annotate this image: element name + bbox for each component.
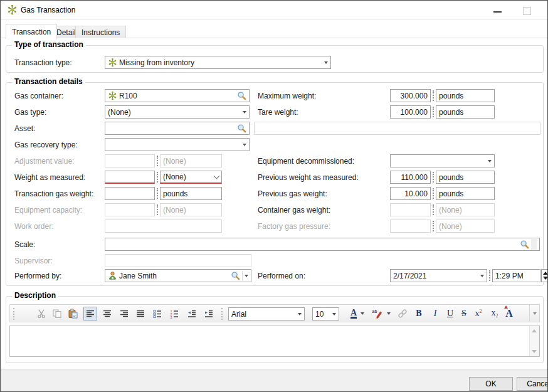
equipment-capacity-unit: (None) <box>160 203 222 216</box>
spin-separator <box>489 270 490 281</box>
tab-transaction[interactable]: Transaction <box>6 24 57 39</box>
minimize-icon[interactable] <box>493 11 502 13</box>
maximum-weight-unit[interactable]: pounds <box>436 89 495 102</box>
decrease-indent-button[interactable] <box>185 307 199 320</box>
scroll-down-icon[interactable] <box>532 350 537 353</box>
spin-separator <box>157 172 158 183</box>
chevron-down-icon[interactable] <box>324 61 328 64</box>
gas-type-combobox[interactable]: (None) <box>105 105 250 119</box>
spin-separator <box>433 90 434 101</box>
asset-field[interactable] <box>105 122 250 135</box>
chevron-down-icon[interactable] <box>332 313 336 315</box>
transaction-gas-weight-unit[interactable]: pounds <box>160 187 222 200</box>
highlight-button[interactable]: ab <box>370 307 384 320</box>
previous-gas-weight-field[interactable]: 10.000 <box>390 187 431 200</box>
justify-button[interactable] <box>134 307 147 320</box>
numbered-list-button[interactable]: 123 <box>167 307 181 320</box>
bullet-list-button[interactable] <box>150 307 164 320</box>
align-right-button[interactable] <box>117 307 131 320</box>
scale-extra-button[interactable] <box>531 239 537 250</box>
weight-as-measured-unit-combobox[interactable]: (None) <box>160 171 222 184</box>
search-icon[interactable] <box>237 124 246 133</box>
transaction-type-combobox[interactable]: Missing from inventory <box>105 56 331 69</box>
font-color-dropdown[interactable] <box>359 307 366 320</box>
chevron-down-icon[interactable] <box>480 275 484 277</box>
transaction-gas-weight-field[interactable] <box>105 187 155 200</box>
ok-button[interactable]: OK <box>469 377 513 391</box>
equipment-decommissioned-combobox[interactable] <box>390 154 495 167</box>
increase-indent-button[interactable] <box>202 307 216 320</box>
increase-indent-icon <box>204 309 214 319</box>
chevron-down-icon[interactable] <box>243 111 246 114</box>
align-left-icon <box>85 309 95 319</box>
chevron-down-icon[interactable] <box>214 173 220 179</box>
adjustment-value-label: Adjustment value: <box>14 157 74 166</box>
search-icon[interactable] <box>237 91 246 100</box>
bullet-list-icon <box>152 309 162 319</box>
gas-container-field[interactable]: R100 <box>105 89 250 102</box>
performed-on-time-field[interactable]: 1:29 PM <box>492 269 540 282</box>
spin-separator <box>157 188 158 199</box>
gas-type-value: (None) <box>108 108 131 117</box>
align-left-button[interactable] <box>83 307 97 320</box>
grow-font-button[interactable]: A <box>502 307 516 320</box>
maximize-icon[interactable] <box>523 7 531 15</box>
chevron-down-icon[interactable] <box>298 313 302 315</box>
spin-separator <box>433 204 434 215</box>
chevron-down-icon[interactable] <box>488 160 492 162</box>
underline-button[interactable]: U <box>443 307 457 320</box>
hyperlink-button[interactable] <box>396 307 409 320</box>
maximum-weight-field[interactable]: 300.000 <box>390 89 431 102</box>
align-right-icon <box>119 309 129 319</box>
font-name-value: Arial <box>231 310 296 319</box>
previous-weight-as-measured-field[interactable]: 110.000 <box>390 171 431 184</box>
decrease-indent-icon <box>187 309 197 319</box>
container-gas-weight-unit: (None) <box>436 203 495 216</box>
paste-button[interactable] <box>66 307 80 320</box>
subscript-button[interactable]: x2 <box>488 307 502 320</box>
font-name-combobox[interactable]: Arial <box>228 307 305 320</box>
gas-container-label: Gas container: <box>14 92 63 100</box>
transaction-type-label: Transaction type: <box>14 58 72 67</box>
strikethrough-button[interactable]: S <box>457 307 471 320</box>
tare-weight-field[interactable]: 100.000 <box>390 105 431 119</box>
spin-up-icon[interactable] <box>543 272 548 275</box>
font-size-combobox[interactable]: 10 <box>312 307 339 320</box>
gas-icon <box>108 58 117 67</box>
scroll-up-icon[interactable] <box>532 329 537 332</box>
search-icon[interactable] <box>520 240 529 249</box>
chevron-down-icon[interactable] <box>243 144 246 146</box>
time-spinner[interactable] <box>541 269 548 282</box>
performed-on-date-combobox[interactable]: 2/17/2021 <box>390 269 487 282</box>
search-icon[interactable] <box>231 271 240 280</box>
chevron-down-icon[interactable] <box>245 275 248 277</box>
copy-button[interactable] <box>50 307 64 320</box>
performed-by-label: Performed by: <box>14 272 61 280</box>
tare-weight-unit[interactable]: pounds <box>436 105 495 119</box>
gas-recovery-type-combobox[interactable] <box>105 138 250 151</box>
svg-text:3: 3 <box>171 315 172 319</box>
cut-button[interactable] <box>34 307 48 320</box>
previous-weight-as-measured-unit[interactable]: pounds <box>436 171 495 184</box>
spin-down-icon[interactable] <box>543 277 548 280</box>
description-textarea[interactable] <box>9 326 540 357</box>
chevron-down-icon <box>361 312 364 315</box>
toolbar-overflow-button[interactable] <box>529 305 539 322</box>
spin-separator <box>433 221 434 231</box>
performed-by-combobox[interactable]: Jane Smith <box>105 269 251 282</box>
scale-label: Scale: <box>14 240 35 249</box>
superscript-button[interactable]: x2 <box>472 307 485 320</box>
weight-as-measured-field[interactable] <box>105 171 155 184</box>
tab-instructions[interactable]: Instructions <box>75 26 126 38</box>
toolbar-grip[interactable] <box>221 308 223 320</box>
scale-field[interactable] <box>105 238 540 251</box>
group-title-description: Description <box>12 291 58 300</box>
toolbar-grip[interactable] <box>13 308 14 320</box>
italic-button[interactable]: I <box>428 307 442 320</box>
highlight-dropdown[interactable] <box>385 307 393 320</box>
bold-button[interactable]: B <box>412 307 426 320</box>
previous-gas-weight-unit[interactable]: pounds <box>436 187 495 200</box>
description-scrollbar[interactable] <box>529 326 539 356</box>
cancel-button[interactable]: Cancel <box>517 377 548 391</box>
align-center-button[interactable] <box>100 307 114 320</box>
